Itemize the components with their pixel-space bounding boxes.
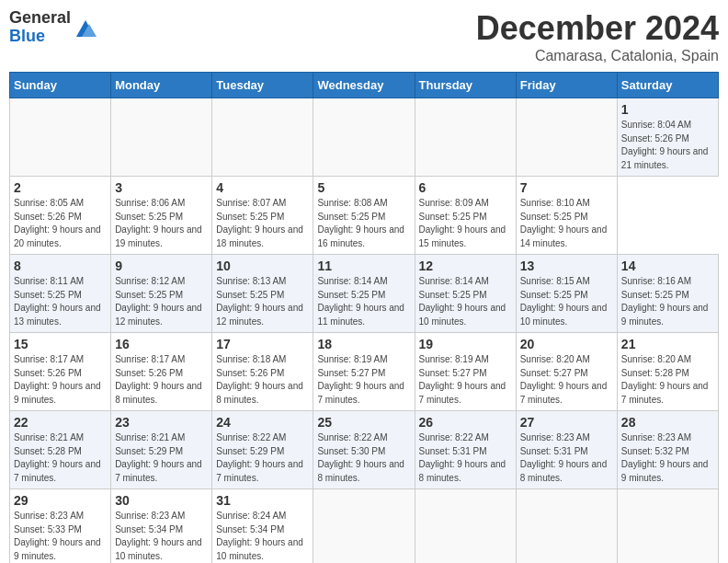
calendar-cell [10, 98, 111, 177]
day-number: 25 [317, 415, 410, 430]
logo-icon [73, 15, 98, 40]
day-number: 29 [14, 493, 107, 508]
day-info: Sunrise: 8:20 AMSunset: 5:27 PMDaylight:… [520, 354, 608, 405]
day-info: Sunrise: 8:22 AMSunset: 5:30 PMDaylight:… [317, 432, 404, 483]
day-number: 14 [621, 259, 714, 273]
header-day-monday: Monday [111, 73, 212, 98]
calendar-cell [111, 98, 212, 177]
calendar-cell [516, 489, 617, 564]
day-info: Sunrise: 8:18 AMSunset: 5:26 PMDaylight:… [216, 354, 303, 405]
calendar-cell: 23Sunrise: 8:21 AMSunset: 5:29 PMDayligh… [111, 411, 212, 489]
day-info: Sunrise: 8:23 AMSunset: 5:32 PMDaylight:… [621, 432, 709, 483]
subtitle: Camarasa, Catalonia, Spain [476, 48, 719, 64]
day-number: 15 [14, 337, 107, 351]
calendar-cell: 24Sunrise: 8:22 AMSunset: 5:29 PMDayligh… [212, 411, 313, 489]
day-info: Sunrise: 8:23 AMSunset: 5:34 PMDaylight:… [115, 511, 202, 561]
calendar-cell: 10Sunrise: 8:13 AMSunset: 5:25 PMDayligh… [212, 255, 313, 333]
day-info: Sunrise: 8:23 AMSunset: 5:31 PMDaylight:… [520, 432, 608, 483]
calendar-table: SundayMondayTuesdayWednesdayThursdayFrid… [9, 72, 719, 563]
day-number: 8 [14, 259, 107, 273]
calendar-cell: 19Sunrise: 8:19 AMSunset: 5:27 PMDayligh… [415, 333, 516, 411]
day-number: 5 [317, 180, 410, 195]
header-row: SundayMondayTuesdayWednesdayThursdayFrid… [10, 73, 719, 98]
calendar-cell: 25Sunrise: 8:22 AMSunset: 5:30 PMDayligh… [313, 411, 415, 489]
day-number: 4 [216, 180, 309, 195]
day-info: Sunrise: 8:23 AMSunset: 5:33 PMDaylight:… [14, 511, 101, 561]
day-info: Sunrise: 8:19 AMSunset: 5:27 PMDaylight:… [419, 354, 506, 405]
calendar-cell: 21Sunrise: 8:20 AMSunset: 5:28 PMDayligh… [617, 333, 718, 411]
day-number: 28 [621, 415, 714, 430]
day-number: 27 [520, 415, 613, 430]
day-number: 3 [115, 180, 208, 195]
day-info: Sunrise: 8:15 AMSunset: 5:25 PMDaylight:… [520, 276, 608, 327]
day-info: Sunrise: 8:16 AMSunset: 5:25 PMDaylight:… [621, 276, 709, 327]
calendar-cell: 27Sunrise: 8:23 AMSunset: 5:31 PMDayligh… [516, 411, 617, 489]
day-number: 23 [115, 415, 208, 430]
calendar-cell: 16Sunrise: 8:17 AMSunset: 5:26 PMDayligh… [111, 333, 212, 411]
day-number: 19 [419, 337, 512, 351]
day-info: Sunrise: 8:11 AMSunset: 5:25 PMDaylight:… [14, 276, 101, 327]
day-number: 20 [520, 337, 613, 351]
day-number: 13 [520, 259, 613, 273]
header-day-sunday: Sunday [10, 73, 111, 98]
calendar-header: SundayMondayTuesdayWednesdayThursdayFrid… [10, 73, 719, 98]
day-info: Sunrise: 8:14 AMSunset: 5:25 PMDaylight:… [419, 276, 506, 327]
day-number: 31 [216, 493, 309, 508]
header-day-saturday: Saturday [617, 73, 718, 98]
month-title: December 2024 [476, 9, 719, 48]
day-number: 21 [621, 337, 714, 351]
day-number: 1 [621, 102, 714, 117]
day-number: 22 [14, 415, 107, 430]
logo: General Blue [9, 9, 98, 46]
day-number: 9 [115, 259, 208, 273]
calendar-cell: 4Sunrise: 8:07 AMSunset: 5:25 PMDaylight… [212, 177, 313, 255]
day-info: Sunrise: 8:24 AMSunset: 5:34 PMDaylight:… [216, 511, 303, 561]
day-info: Sunrise: 8:08 AMSunset: 5:25 PMDaylight:… [317, 198, 404, 248]
day-number: 18 [317, 337, 410, 351]
day-number: 16 [115, 337, 208, 351]
calendar-cell: 14Sunrise: 8:16 AMSunset: 5:25 PMDayligh… [617, 255, 718, 333]
header-day-wednesday: Wednesday [313, 73, 415, 98]
calendar-row: 22Sunrise: 8:21 AMSunset: 5:28 PMDayligh… [10, 411, 719, 489]
calendar-cell [516, 98, 617, 177]
day-info: Sunrise: 8:09 AMSunset: 5:25 PMDaylight:… [419, 198, 506, 248]
day-info: Sunrise: 8:12 AMSunset: 5:25 PMDaylight:… [115, 276, 202, 327]
day-info: Sunrise: 8:17 AMSunset: 5:26 PMDaylight:… [115, 354, 202, 405]
day-info: Sunrise: 8:07 AMSunset: 5:25 PMDaylight:… [216, 198, 303, 248]
calendar-cell: 20Sunrise: 8:20 AMSunset: 5:27 PMDayligh… [516, 333, 617, 411]
day-info: Sunrise: 8:05 AMSunset: 5:26 PMDaylight:… [14, 198, 101, 248]
calendar-cell [415, 98, 516, 177]
day-number: 12 [419, 259, 512, 273]
calendar-row: 8Sunrise: 8:11 AMSunset: 5:25 PMDaylight… [10, 255, 719, 333]
logo-general: General [9, 9, 71, 28]
calendar-cell: 29Sunrise: 8:23 AMSunset: 5:33 PMDayligh… [10, 489, 111, 564]
day-number: 24 [216, 415, 309, 430]
day-number: 10 [216, 259, 309, 273]
calendar-cell: 8Sunrise: 8:11 AMSunset: 5:25 PMDaylight… [10, 255, 111, 333]
calendar-cell: 12Sunrise: 8:14 AMSunset: 5:25 PMDayligh… [415, 255, 516, 333]
calendar-cell: 30Sunrise: 8:23 AMSunset: 5:34 PMDayligh… [111, 489, 212, 564]
calendar-cell: 22Sunrise: 8:21 AMSunset: 5:28 PMDayligh… [10, 411, 111, 489]
calendar-cell: 3Sunrise: 8:06 AMSunset: 5:25 PMDaylight… [111, 177, 212, 255]
day-number: 7 [520, 180, 613, 195]
calendar-cell: 28Sunrise: 8:23 AMSunset: 5:32 PMDayligh… [617, 411, 718, 489]
day-info: Sunrise: 8:22 AMSunset: 5:31 PMDaylight:… [419, 432, 506, 483]
calendar-cell: 31Sunrise: 8:24 AMSunset: 5:34 PMDayligh… [212, 489, 313, 564]
calendar-body: 1Sunrise: 8:04 AMSunset: 5:26 PMDaylight… [10, 98, 719, 564]
calendar-cell: 15Sunrise: 8:17 AMSunset: 5:26 PMDayligh… [10, 333, 111, 411]
calendar-cell: 7Sunrise: 8:10 AMSunset: 5:25 PMDaylight… [516, 177, 617, 255]
day-info: Sunrise: 8:19 AMSunset: 5:27 PMDaylight:… [317, 354, 404, 405]
calendar-cell: 6Sunrise: 8:09 AMSunset: 5:25 PMDaylight… [415, 177, 516, 255]
calendar-cell: 9Sunrise: 8:12 AMSunset: 5:25 PMDaylight… [111, 255, 212, 333]
calendar-cell: 11Sunrise: 8:14 AMSunset: 5:25 PMDayligh… [313, 255, 415, 333]
day-info: Sunrise: 8:17 AMSunset: 5:26 PMDaylight:… [14, 354, 101, 405]
day-number: 11 [317, 259, 410, 273]
title-block: December 2024 Camarasa, Catalonia, Spain [476, 9, 719, 64]
day-info: Sunrise: 8:10 AMSunset: 5:25 PMDaylight:… [520, 198, 608, 248]
day-info: Sunrise: 8:22 AMSunset: 5:29 PMDaylight:… [216, 432, 303, 483]
calendar-cell: 13Sunrise: 8:15 AMSunset: 5:25 PMDayligh… [516, 255, 617, 333]
calendar-cell [212, 98, 313, 177]
day-info: Sunrise: 8:06 AMSunset: 5:25 PMDaylight:… [115, 198, 202, 248]
calendar-cell: 18Sunrise: 8:19 AMSunset: 5:27 PMDayligh… [313, 333, 415, 411]
calendar-cell [313, 98, 415, 177]
